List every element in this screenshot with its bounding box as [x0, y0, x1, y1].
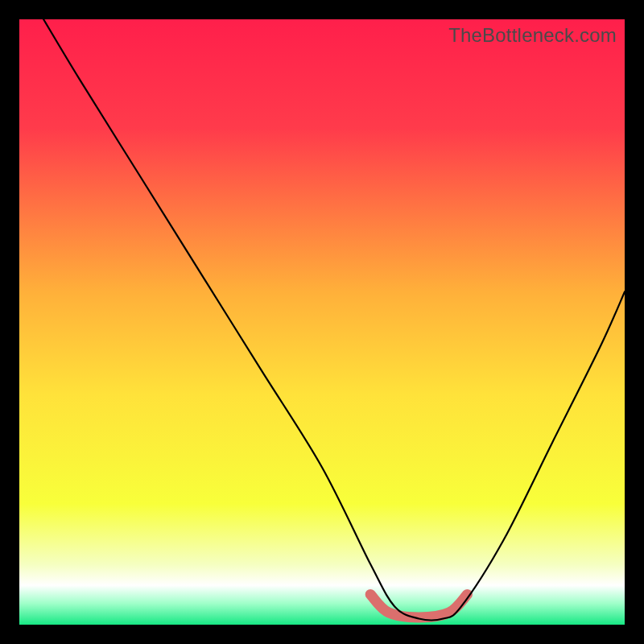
highlight-band — [370, 594, 467, 617]
chart-curves — [19, 19, 625, 625]
watermark-text: TheBottleneck.com — [448, 24, 617, 47]
plot-area: TheBottleneck.com — [19, 19, 625, 625]
chart-frame: TheBottleneck.com — [0, 0, 644, 644]
bottleneck-curve — [43, 19, 625, 620]
